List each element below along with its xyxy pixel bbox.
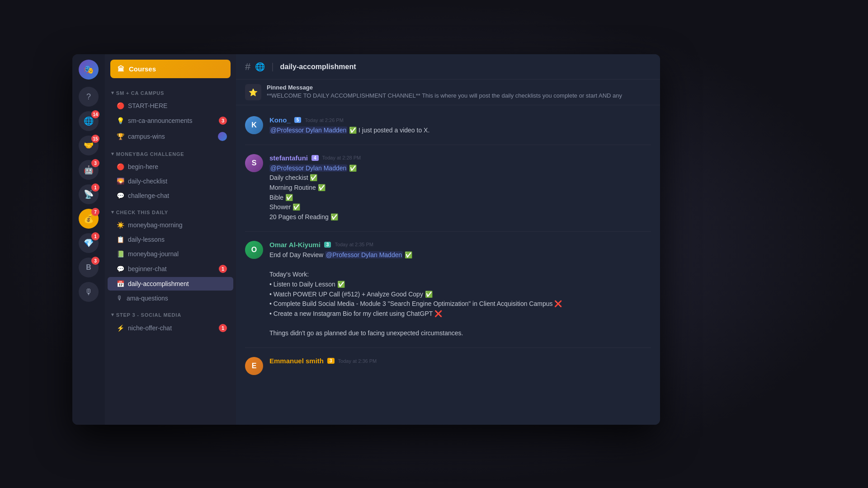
message-author: Emmanuel smith: [269, 357, 324, 365]
chevron-icon: ▾: [111, 209, 114, 215]
mention[interactable]: @Professor Dylan Madden: [269, 164, 347, 172]
message-time: Today at 2:26 PM: [305, 117, 344, 123]
channel-moneybag-morning[interactable]: ☀️ moneybag-morning: [108, 218, 233, 232]
message-header: Omar Al-Kiyumi 3 Today at 2:35 PM: [269, 241, 651, 249]
channel-name: begin-here: [128, 163, 227, 170]
journal-icon: 📗: [117, 250, 124, 258]
message-time: Today at 2:35 PM: [335, 242, 373, 247]
pinned-text: **WELCOME TO DAILY ACCOMPLISHMENT CHANNE…: [267, 92, 622, 99]
pinned-content: Pinned Message **WELCOME TO DAILY ACCOMP…: [267, 84, 622, 99]
letterb-badge: 3: [91, 257, 99, 265]
chat-icon: 💬: [117, 192, 124, 199]
message-group: K Kono_ 5 Today at 2:26 PM @Professor Dy…: [245, 113, 651, 139]
icon-bar-coin[interactable]: 💰 7: [79, 209, 99, 229]
chat-header: # 🌐 | daily-accomplishment: [236, 54, 660, 80]
niche-badge: 1: [219, 324, 227, 332]
icon-bar-mic[interactable]: 🎙: [79, 282, 99, 302]
channel-moneybag-journal[interactable]: 📗 moneybag-journal: [108, 247, 233, 261]
mention[interactable]: @Professor Dylan Madden: [325, 251, 403, 258]
work-line-3: • Complete Build Social Media - Module 3…: [269, 300, 562, 307]
work-line-1: • Listen to Daily Lesson ✅: [269, 281, 345, 288]
channel-name: daily-checklist: [128, 178, 227, 185]
channel-daily-accomplishment[interactable]: 📅 daily-accomplishment: [108, 277, 233, 291]
author-badge: 5: [294, 117, 302, 123]
section-step3[interactable]: ▾ STEP 3 - SOCIAL MEDIA: [105, 305, 236, 320]
message-author: Kono_: [269, 116, 291, 124]
icon-bar-robot[interactable]: 🤖 3: [79, 160, 99, 180]
icon-bar-help[interactable]: ?: [79, 87, 99, 107]
pinned-banner: ⭐ Pinned Message **WELCOME TO DAILY ACCO…: [236, 80, 660, 105]
icon-bar-letterb[interactable]: B 3: [79, 258, 99, 277]
begin-icon: 🔴: [117, 163, 124, 170]
help-icon: ?: [86, 92, 91, 102]
hash-symbol: #: [245, 61, 250, 73]
morning-icon: ☀️: [117, 221, 124, 229]
author-badge: 3: [324, 242, 331, 248]
icon-bar-radar[interactable]: 📡 1: [79, 184, 99, 204]
announcements-badge: 3: [219, 117, 227, 125]
reading-line: 20 Pages of Reading ✅: [269, 213, 338, 221]
eod-text: End of Day Review: [269, 251, 325, 258]
chat-main: # 🌐 | daily-accomplishment ⭐ Pinned Mess…: [236, 54, 660, 425]
announcements-icon: 💡: [117, 117, 124, 124]
icon-bar-diamond[interactable]: 💎 1: [79, 233, 99, 253]
pin-icon-button[interactable]: ⭐: [245, 84, 261, 100]
channel-challenge-chat[interactable]: 💬 challenge-chat: [108, 189, 233, 202]
server-avatar[interactable]: 🎭: [79, 60, 99, 80]
message-group: O Omar Al-Kiyumi 3 Today at 2:35 PM End …: [245, 237, 651, 342]
icon-bar-globe[interactable]: 🌐 14: [79, 111, 99, 131]
channel-name: sm-ca-announcements: [128, 117, 215, 124]
channel-campus-wins[interactable]: 🏆 campus-wins: [108, 129, 233, 144]
checklist-icon: 🌄: [117, 178, 124, 185]
section-sm-ca[interactable]: ▾ SM + CA CAMPUS: [105, 84, 236, 99]
message-time: Today at 2:28 PM: [322, 155, 361, 160]
chat-messages[interactable]: K Kono_ 5 Today at 2:26 PM @Professor Dy…: [236, 105, 660, 425]
lessons-icon: 📋: [117, 236, 124, 243]
author-badge: 4: [311, 155, 319, 161]
diamond-badge: 1: [91, 232, 99, 240]
channel-daily-lessons[interactable]: 📋 daily-lessons: [108, 233, 233, 246]
message-group: S stefantafuni 4 Today at 2:28 PM @Profe…: [245, 150, 651, 226]
diamond-icon: 💎: [84, 238, 94, 248]
courses-icon: 🏛: [118, 65, 124, 73]
avatar: S: [245, 154, 263, 172]
todays-work: Today's Work:: [269, 271, 309, 278]
channel-beginner-chat[interactable]: 💬 beginner-chat 1: [108, 262, 233, 276]
channel-daily-checklist[interactable]: 🌄 daily-checklist: [108, 174, 233, 188]
section-moneybag[interactable]: ▾ MONEYBAG CHALLENGE: [105, 145, 236, 160]
channel-start-here[interactable]: 🔴 START-HERE: [108, 99, 233, 113]
channel-name: START-HERE: [128, 102, 227, 109]
screen-container: 🎭 ? 🌐 14 🤝 15 🤖 3 📡 1 💰 7 💎 1 B: [72, 54, 660, 425]
shower-line: Shower ✅: [269, 203, 300, 211]
channel-ama-questions[interactable]: 🎙 ama-questions: [108, 291, 233, 305]
beginner-badge: 1: [219, 265, 227, 273]
section-check-daily[interactable]: ▾ CHECK THIS DAILY: [105, 203, 236, 218]
avatar: K: [245, 116, 263, 134]
star-icon: ⭐: [249, 88, 258, 97]
mention[interactable]: @Professor Dylan Madden: [269, 127, 347, 134]
channel-begin-here[interactable]: 🔴 begin-here: [108, 160, 233, 174]
checklist-line: Daily checkist ✅: [269, 174, 317, 181]
message-content: Emmanuel smith 3 Today at 2:36 PM: [269, 357, 651, 375]
section-label: MONEYBAG CHALLENGE: [116, 151, 184, 157]
channel-name: niche-offer-chat: [128, 324, 215, 332]
message-author: Omar Al-Kiyumi: [269, 241, 321, 249]
robot-icon: 🤖: [84, 165, 94, 175]
courses-button[interactable]: 🏛 Courses: [110, 60, 231, 78]
channel-niche-offer[interactable]: ⚡ niche-offer-chat 1: [108, 321, 233, 335]
icon-bar-handshake[interactable]: 🤝 15: [79, 136, 99, 155]
message-body: @Professor Dylan Madden ✅ I just posted …: [269, 126, 651, 136]
section-label: SM + CA CAMPUS: [116, 90, 164, 96]
coin-badge: 7: [91, 208, 99, 216]
start-here-icon: 🔴: [117, 102, 124, 109]
ama-icon: 🎙: [117, 295, 123, 302]
bible-line: Bible ✅: [269, 194, 293, 201]
radar-icon: 📡: [84, 189, 94, 199]
channel-name: daily-accomplishment: [128, 280, 227, 287]
radar-badge: 1: [91, 183, 99, 192]
channel-name: daily-lessons: [128, 236, 227, 243]
morning-routine-line: Morning Routine ✅: [269, 184, 326, 191]
letterb-icon: B: [86, 263, 91, 272]
channel-announcements[interactable]: 💡 sm-ca-announcements 3: [108, 113, 233, 128]
handshake-icon: 🤝: [84, 141, 94, 150]
